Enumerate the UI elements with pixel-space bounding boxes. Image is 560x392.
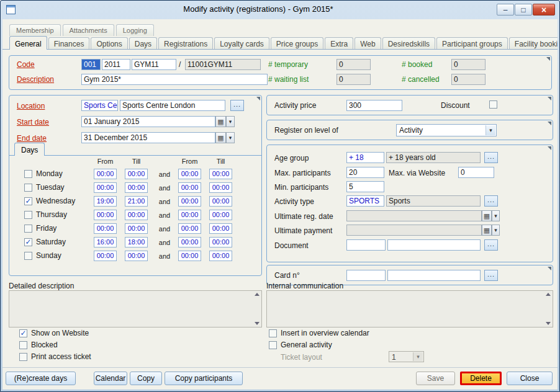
code-part3-field[interactable]: GYM11 <box>132 59 176 70</box>
general-activity-checkbox[interactable]: ✓ <box>269 341 277 349</box>
detailed-description-textarea[interactable] <box>9 290 262 327</box>
friday-checkbox[interactable]: ✓ <box>24 225 32 233</box>
monday-till2-field[interactable]: 00:00 <box>209 169 232 179</box>
wednesday-till1-field[interactable]: 21:00 <box>125 196 148 207</box>
card-name-field[interactable] <box>387 270 481 281</box>
tab-price-groups[interactable]: Price groups <box>271 37 323 49</box>
minimize-button[interactable]: – <box>497 4 514 16</box>
max-participants-field[interactable]: 20 <box>346 167 384 178</box>
thursday-till2-field[interactable]: 00:00 <box>209 210 232 220</box>
save-button[interactable]: Save <box>416 372 455 385</box>
ultimate-payment-field[interactable] <box>346 225 482 236</box>
close-button[interactable]: Close <box>507 372 553 385</box>
location-name-field[interactable]: Sports Centre London <box>120 100 225 111</box>
friday-from1-field[interactable]: 00:00 <box>94 223 117 234</box>
tab-general[interactable]: General <box>9 36 47 50</box>
tab-web[interactable]: Web <box>355 37 381 49</box>
sunday-till2-field[interactable]: 00:00 <box>209 251 232 261</box>
monday-till1-field[interactable]: 00:00 <box>125 169 148 179</box>
end-date-dropdown-button[interactable]: ▾ <box>226 132 235 143</box>
monday-from2-field[interactable]: 00:00 <box>178 169 201 179</box>
end-date-field[interactable]: 31 December 2015 <box>81 132 215 143</box>
sunday-from1-field[interactable]: 00:00 <box>94 251 117 261</box>
document-lookup-button[interactable]: ... <box>484 239 498 251</box>
booked-field[interactable]: 0 <box>451 59 485 70</box>
location-label[interactable]: Location <box>17 102 45 110</box>
saturday-till2-field[interactable]: 00:00 <box>209 237 232 247</box>
ultimate-payment-dropdown-button[interactable]: ▾ <box>492 225 500 236</box>
print-access-ticket-checkbox[interactable]: ✓ <box>19 353 27 361</box>
code-part2-field[interactable]: 2011 <box>102 59 130 70</box>
delete-button[interactable]: Delete <box>460 372 502 385</box>
waiting-list-field[interactable]: 0 <box>336 74 371 85</box>
friday-till1-field[interactable]: 00:00 <box>125 223 148 234</box>
full-code-field[interactable]: 11001GYM11 <box>185 59 261 70</box>
tab-membership[interactable]: Membership <box>9 24 61 36</box>
document-code-field[interactable] <box>346 239 386 251</box>
tuesday-from1-field[interactable]: 00:00 <box>94 182 117 193</box>
insert-overview-calendar-checkbox[interactable]: ✓ <box>269 329 277 337</box>
sunday-from2-field[interactable]: 00:00 <box>178 251 201 261</box>
saturday-from2-field[interactable]: 00:00 <box>178 237 201 247</box>
card-lookup-button[interactable]: ... <box>484 270 498 281</box>
thursday-from2-field[interactable]: 00:00 <box>178 210 201 220</box>
activity-type-code-field[interactable]: SPORTS <box>346 195 384 207</box>
start-date-calendar-button[interactable]: ▦ <box>215 116 226 127</box>
min-participants-field[interactable]: 5 <box>346 181 384 192</box>
thursday-checkbox[interactable]: ✓ <box>24 211 32 219</box>
saturday-till1-field[interactable]: 18:00 <box>125 237 148 247</box>
activity-price-field[interactable]: 300 <box>346 100 402 111</box>
blocked-checkbox[interactable]: ✓ <box>19 341 27 349</box>
copy-participants-button[interactable]: Copy participants <box>165 372 243 385</box>
tuesday-from2-field[interactable]: 00:00 <box>178 182 201 193</box>
description-field[interactable]: Gym 2015* <box>81 74 268 85</box>
tab-logging[interactable]: Logging <box>116 24 154 36</box>
age-group-code-field[interactable]: + 18 <box>346 152 384 163</box>
end-date-calendar-button[interactable]: ▦ <box>215 132 226 143</box>
tab-desiredskills[interactable]: Desiredskills <box>382 37 435 49</box>
calendar-button[interactable]: Calendar <box>94 372 127 385</box>
location-lookup-button[interactable]: ... <box>230 100 244 111</box>
sunday-checkbox[interactable]: ✓ <box>24 252 32 260</box>
discount-checkbox[interactable]: ✓ <box>489 100 497 109</box>
saturday-from1-field[interactable]: 16:00 <box>94 237 117 247</box>
card-code-field[interactable] <box>346 270 386 281</box>
temporary-field[interactable]: 0 <box>336 59 371 70</box>
age-group-lookup-button[interactable]: ... <box>484 152 498 163</box>
wednesday-checkbox[interactable]: ✓ <box>24 197 32 205</box>
document-name-field[interactable] <box>387 239 481 251</box>
ultimate-reg-date-calendar-button[interactable]: ▦ <box>482 210 492 221</box>
close-window-button[interactable]: × <box>533 4 555 16</box>
tab-loyalty-cards[interactable]: Loyalty cards <box>214 37 269 49</box>
end-date-label[interactable]: End date <box>17 134 47 143</box>
wednesday-from1-field[interactable]: 19:00 <box>94 196 117 207</box>
sunday-till1-field[interactable]: 00:00 <box>125 251 148 261</box>
show-on-website-checkbox[interactable]: ✓ <box>19 329 27 337</box>
tab-attachments[interactable]: Attachments <box>63 24 114 36</box>
register-level-select[interactable]: Activity▾ <box>396 124 497 136</box>
age-group-name-field[interactable]: + 18 years old <box>386 152 481 163</box>
location-code-field[interactable]: Sports Centre <box>81 100 118 111</box>
start-date-field[interactable]: 01 January 2015 <box>81 116 215 127</box>
activity-type-lookup-button[interactable]: ... <box>484 195 498 207</box>
code-part1-field[interactable]: 001 <box>81 59 101 70</box>
ultimate-reg-date-field[interactable] <box>346 210 482 221</box>
tab-options[interactable]: Options <box>91 37 127 49</box>
days-subtab[interactable]: Days <box>14 143 45 156</box>
recreate-days-button[interactable]: (Re)create days <box>6 372 76 385</box>
activity-type-name-field[interactable]: Sports <box>386 195 481 207</box>
wednesday-till2-field[interactable]: 00:00 <box>209 196 232 207</box>
maximize-button[interactable]: □ <box>515 4 532 16</box>
ultimate-reg-date-dropdown-button[interactable]: ▾ <box>492 210 500 221</box>
cancelled-field[interactable]: 0 <box>451 74 485 85</box>
tab-participant-groups[interactable]: Participant groups <box>436 37 508 49</box>
thursday-till1-field[interactable]: 00:00 <box>125 210 148 220</box>
ultimate-payment-calendar-button[interactable]: ▦ <box>482 225 492 236</box>
thursday-from1-field[interactable]: 00:00 <box>94 210 117 220</box>
internal-communication-textarea[interactable] <box>266 290 553 327</box>
wednesday-from2-field[interactable]: 00:00 <box>178 196 201 207</box>
tuesday-till2-field[interactable]: 00:00 <box>209 182 232 193</box>
monday-from1-field[interactable]: 00:00 <box>94 169 117 179</box>
start-date-label[interactable]: Start date <box>17 118 49 127</box>
monday-checkbox[interactable]: ✓ <box>24 170 32 178</box>
